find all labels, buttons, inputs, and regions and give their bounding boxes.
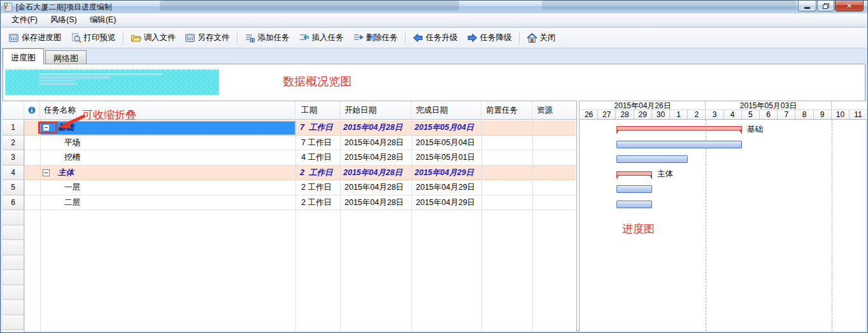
add-task-button[interactable]: 添加任务 <box>240 30 294 46</box>
collapse-toggle[interactable] <box>43 169 50 176</box>
gantt-summary-bar[interactable] <box>616 171 652 176</box>
empty-row-number-cell[interactable] <box>3 315 24 330</box>
row-number-cell[interactable]: 2 <box>3 136 24 151</box>
table-row[interactable] <box>24 136 576 151</box>
empty-row-number-cell[interactable] <box>3 210 24 225</box>
gantt-task-bar[interactable] <box>616 155 688 163</box>
finish-date-cell[interactable]: 2015年04月29日 <box>416 180 475 195</box>
gantt-day-header: 9 <box>814 110 832 120</box>
gantt-task-bar[interactable] <box>616 185 652 193</box>
start-date-cell[interactable]: 2015年04月28日 <box>345 180 404 195</box>
gantt-week-header: 2015年04月26日 <box>580 101 706 110</box>
start-date-cell[interactable]: 2015年04月28日 <box>345 195 404 211</box>
finish-date-cell[interactable]: 2015年05月04日 <box>415 120 474 136</box>
table-row[interactable] <box>24 180 576 195</box>
insert-task-icon <box>299 32 309 43</box>
gantt-day-header: 4 <box>724 110 742 120</box>
task-name-cell[interactable]: 基础 <box>58 120 74 136</box>
save-as-button[interactable]: 另存文件 <box>180 30 234 46</box>
empty-row-number-cell[interactable] <box>3 270 24 285</box>
gantt-week-header: 2015年05月03日 <box>706 101 832 110</box>
gantt-summary-bar[interactable] <box>616 126 742 131</box>
task-name-cell[interactable]: 一层 <box>64 180 80 195</box>
home-close-icon <box>527 32 537 43</box>
column-divider <box>532 120 533 331</box>
task-name-cell[interactable]: 二层 <box>64 195 80 211</box>
start-date-cell[interactable]: 2015年04月28日 <box>345 150 404 166</box>
empty-row-number-cell[interactable] <box>3 225 24 241</box>
tab-schedule-chart[interactable]: 进度图 <box>3 48 44 64</box>
gantt-day-header: 29 <box>634 110 652 120</box>
empty-row-number-cell[interactable] <box>3 285 24 301</box>
gantt-day-header: 26 <box>580 110 598 120</box>
add-task-icon <box>245 32 255 43</box>
table-row[interactable] <box>24 195 576 211</box>
task-name-cell[interactable]: 主体 <box>58 166 74 181</box>
empty-row-number-cell[interactable] <box>3 255 24 271</box>
row-number-cell[interactable]: 4 <box>3 166 24 181</box>
menu-edit[interactable]: 编辑(E) <box>83 13 123 27</box>
empty-row-number-cell[interactable] <box>3 300 24 315</box>
app-window: [金石大厦二期]项目进度编制 ✕ 文件(F) 风络(S) 编辑(E) 保存进度图 <box>0 0 868 333</box>
column-divider <box>24 120 25 331</box>
finish-date-cell[interactable]: 2015年05月01日 <box>416 150 475 166</box>
duration-cell[interactable]: 7 工作日 <box>301 136 332 151</box>
row-number-cell[interactable]: 3 <box>3 150 24 166</box>
selected-name-cell[interactable] <box>41 122 295 135</box>
row-number-cell[interactable]: 6 <box>3 195 24 211</box>
gantt-task-bar[interactable] <box>616 141 742 148</box>
tab-bar: 进度图 网络图 <box>3 48 88 64</box>
duration-cell[interactable]: 2 工作日 <box>301 180 332 195</box>
close-button[interactable]: ✕ <box>835 1 864 11</box>
task-name-cell[interactable]: 平场 <box>64 136 80 151</box>
duration-cell[interactable]: 2 工作日 <box>301 195 332 211</box>
duration-cell[interactable]: 2 工作日 <box>300 166 332 181</box>
close-view-label: 关闭 <box>540 32 556 43</box>
restore-button[interactable] <box>817 1 834 11</box>
row-number-cell[interactable]: 1 <box>3 120 24 136</box>
duration-cell[interactable]: 7 工作日 <box>300 120 332 136</box>
promote-task-icon <box>413 32 423 43</box>
menu-network[interactable]: 风络(S) <box>44 13 83 27</box>
tab-network-chart[interactable]: 网络图 <box>45 50 87 64</box>
load-file-button[interactable]: 调入文件 <box>126 30 180 46</box>
gantt-day-header: 8 <box>795 110 813 120</box>
title-bar[interactable]: [金石大厦二期]项目进度编制 ✕ <box>1 1 867 13</box>
empty-row-number-cell[interactable] <box>3 240 24 255</box>
table-row[interactable] <box>24 150 576 166</box>
annotation-gantt-label: 进度图 <box>622 222 655 236</box>
demote-task-button[interactable]: 任务降级 <box>462 30 516 46</box>
save-schedule-button[interactable]: 保存进度图 <box>4 30 66 46</box>
delete-task-label: 删除任务 <box>366 32 398 43</box>
close-view-button[interactable]: 关闭 <box>522 30 560 46</box>
finish-date-cell[interactable]: 2015年05月04日 <box>416 136 475 151</box>
start-date-cell[interactable]: 2015年04月28日 <box>345 136 404 151</box>
insert-task-button[interactable]: 插入任务 <box>294 30 348 46</box>
finish-date-cell[interactable]: 2015年04月29日 <box>415 166 474 181</box>
app-icon <box>4 3 13 11</box>
gantt-day-header: 7 <box>778 110 795 120</box>
duration-cell[interactable]: 4 工作日 <box>301 150 332 166</box>
start-date-cell[interactable]: 2015年04月28日 <box>343 166 402 181</box>
minimize-icon <box>804 7 810 9</box>
overview-mini-bar <box>39 80 76 81</box>
delete-task-button[interactable]: 删除任务 <box>348 30 402 46</box>
minimize-button[interactable] <box>798 1 816 11</box>
header-info-column <box>24 101 40 120</box>
row-number-cell[interactable]: 5 <box>3 180 24 195</box>
menu-file[interactable]: 文件(F) <box>5 13 44 27</box>
gantt-day-header: 27 <box>598 110 616 120</box>
finish-date-cell[interactable]: 2015年04月29日 <box>416 195 475 211</box>
week-divider-dashed-line <box>706 120 706 331</box>
print-preview-button[interactable]: 打印预览 <box>66 30 120 46</box>
gantt-day-header: 10 <box>832 110 850 120</box>
promote-task-button[interactable]: 任务升级 <box>408 30 462 46</box>
start-date-cell[interactable]: 2015年04月28日 <box>343 120 402 136</box>
empty-row-number-cell[interactable] <box>3 330 24 332</box>
header-predecessor: 前置任务 <box>481 101 532 120</box>
header-task-name: 任务名称 <box>40 101 295 120</box>
task-name-cell[interactable]: 挖槽 <box>64 150 80 166</box>
schedule-overview-thumbnail[interactable] <box>5 69 219 95</box>
window-title: [金石大厦二期]项目进度编制 <box>16 2 112 13</box>
gantt-task-bar[interactable] <box>616 201 652 208</box>
